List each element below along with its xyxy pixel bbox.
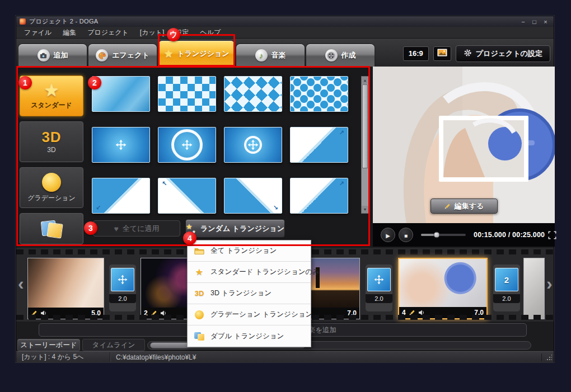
menu-project[interactable]: プロジェクト (82, 27, 134, 39)
tab-transition-label: トランジション (177, 49, 229, 59)
tab-storyboard[interactable]: ストーリーボード (17, 339, 80, 351)
transition-thumbnail[interactable] (224, 178, 282, 214)
clip-duration: 7.0 (347, 309, 357, 317)
scroll-left-arrow[interactable] (18, 275, 24, 292)
transition-thumbnail[interactable] (290, 178, 348, 214)
random-transition-button[interactable]: ランダム トランジション (185, 219, 285, 238)
category-double[interactable] (20, 213, 83, 244)
minimize-button[interactable]: − (518, 18, 528, 26)
transition-thumbnail[interactable] (158, 76, 216, 112)
menu-edit[interactable]: 編集 (57, 27, 82, 39)
tab-music[interactable]: 音楽 (236, 44, 305, 67)
menu-item-label: ダブル トランジション (210, 332, 284, 341)
scroll-down-button[interactable]: ▼ (362, 206, 368, 213)
apply-to-all-button[interactable]: 全てに適用 (93, 220, 180, 237)
clip-4-selected[interactable]: 4 7.0 (398, 258, 488, 319)
pencil-icon[interactable] (31, 310, 38, 317)
category-standard[interactable]: スタンダード (20, 75, 83, 116)
double-transition-icon (193, 332, 205, 341)
film-reel-icon (325, 49, 338, 62)
maximize-button[interactable]: □ (530, 18, 539, 26)
transition-duration: 2.0 (493, 294, 520, 303)
seek-slider[interactable] (421, 234, 466, 236)
transition-thumbnail[interactable] (92, 76, 150, 112)
tab-effect[interactable]: エフェクト (88, 44, 157, 67)
project-settings-button[interactable]: プロジェクトの設定 (456, 45, 550, 62)
play-button[interactable] (381, 228, 395, 242)
seek-slider-thumb[interactable] (434, 232, 440, 238)
edit-photo-button[interactable]: 編集する (430, 199, 498, 214)
category-gradation-label: グラデーション (27, 193, 76, 203)
transition-thumbnail[interactable] (158, 178, 216, 214)
expand-arrows-icon (118, 275, 128, 285)
clip-5-partial[interactable] (523, 258, 545, 319)
menu-item-all-transitions[interactable]: 全て トランジション (188, 240, 311, 262)
tab-add[interactable]: 追加 (18, 44, 87, 67)
transition-thumbnail[interactable] (290, 127, 348, 163)
category-gradation[interactable]: グラデーション (20, 167, 83, 208)
speaker-icon[interactable] (418, 309, 425, 316)
gradation-circle-icon (193, 310, 205, 319)
tab-transition[interactable]: トランジション (158, 41, 235, 67)
pencil-icon[interactable] (151, 310, 157, 317)
random-transition-menu: 全て トランジション スタンダード トランジションのみ 3D 3D トランジショ… (187, 240, 311, 347)
status-file-path: C:¥datatop¥files¥photo¥L¥ (110, 353, 542, 361)
scroll-up-button[interactable]: ▲ (362, 77, 368, 84)
menu-item-label: グラデーション トランジション (210, 310, 312, 319)
clip-1[interactable]: 5.0 (27, 258, 104, 319)
header-right-controls: 16:9 プロジェクトの設定 (403, 45, 550, 62)
category-3d[interactable]: 3D 3D (20, 121, 83, 162)
menu-item-gradation[interactable]: グラデーション トランジション (188, 304, 311, 325)
menu-item-3d[interactable]: 3D 3D トランジション (188, 283, 311, 304)
clip-number: 4 (402, 309, 406, 317)
doga-app-window: プロジェクト 2 - DOGA − □ × ファイル 編集 プロジェクト [カッ… (16, 16, 554, 362)
transition-thumbnail[interactable] (92, 178, 150, 214)
resize-grip[interactable] (544, 354, 552, 361)
transition-cell-2[interactable]: 2.0 (366, 265, 392, 311)
menu-help[interactable]: ヘルプ (194, 27, 226, 39)
menu-item-double[interactable]: ダブル トランジション (188, 325, 311, 347)
transition-thumbnail[interactable] (92, 127, 150, 163)
playback-controls: 00:15.000 / 00:25.000 (373, 223, 555, 247)
star-icon (44, 82, 59, 99)
transition-cell-3[interactable]: 2 2.0 (493, 265, 520, 311)
clip-number: 2 (144, 309, 148, 317)
3d-icon: 3D (193, 289, 205, 297)
menu-settings[interactable]: 設定 (170, 27, 194, 39)
titlebar: プロジェクト 2 - DOGA − □ × (16, 16, 554, 27)
star-icon (193, 267, 205, 277)
menu-file[interactable]: ファイル (18, 27, 57, 39)
tab-create[interactable]: 作成 (306, 44, 375, 67)
close-button[interactable]: × (541, 18, 550, 26)
clip-duration: 5.0 (91, 309, 101, 317)
tab-timeline[interactable]: タイムライン (82, 339, 145, 351)
transition-thumbnail[interactable] (224, 127, 282, 163)
transition-duration: 2.0 (366, 294, 392, 303)
status-cut-info: [カット] : 4 から 5へ (16, 352, 110, 362)
grid-scrollbar[interactable]: ▲ ▼ (361, 76, 369, 214)
speaker-icon[interactable] (160, 310, 167, 317)
category-standard-label: スタンダード (31, 101, 72, 110)
gradation-circle-icon (42, 173, 61, 192)
statusbar: [カット] : 4 から 5へ C:¥datatop¥files¥photo¥L… (16, 351, 554, 362)
star-icon (163, 48, 173, 60)
camera-icon (38, 49, 50, 62)
fullscreen-icon (548, 231, 556, 239)
aspect-ratio-button[interactable]: 16:9 (403, 46, 429, 61)
transition-thumbnail[interactable] (290, 76, 348, 112)
thumbnail-display-button[interactable] (433, 46, 451, 61)
speaker-icon[interactable] (40, 310, 47, 317)
menu-item-standard-only[interactable]: スタンダード トランジションのみ (188, 262, 311, 283)
picture-icon (437, 49, 447, 59)
expand-arrows-icon (115, 139, 127, 150)
scrollbar-thumb[interactable] (362, 84, 368, 168)
menu-cut[interactable]: [カット] (134, 27, 170, 39)
fullscreen-button[interactable] (548, 229, 556, 240)
stop-button[interactable] (399, 228, 413, 242)
pencil-icon[interactable] (409, 309, 415, 316)
transition-thumbnail[interactable] (224, 76, 282, 112)
scroll-right-arrow[interactable] (546, 275, 553, 292)
palette-icon (96, 49, 108, 62)
transition-cell-1[interactable]: 2.0 (109, 265, 136, 311)
transition-thumbnail[interactable] (158, 127, 216, 163)
